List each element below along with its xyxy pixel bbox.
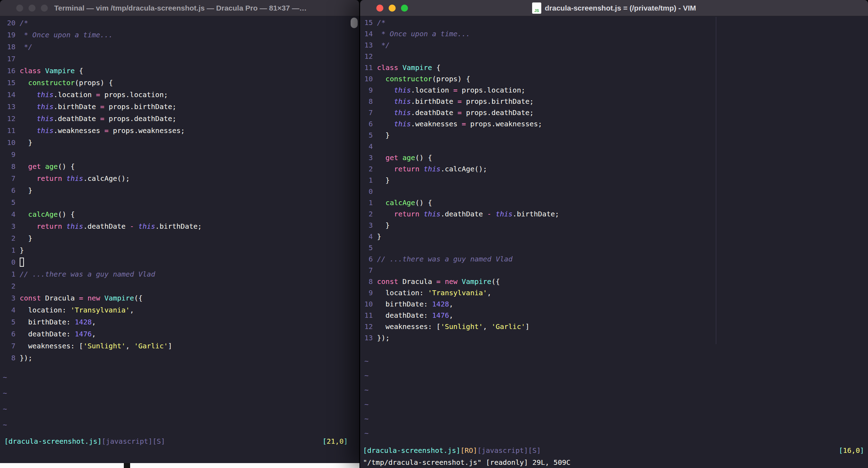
code-line[interactable]: 8 get age() { xyxy=(0,160,359,172)
line-number: 7 xyxy=(360,265,373,276)
code-line[interactable]: 13 this.birthDate = props.birthDate; xyxy=(0,101,359,113)
code-line[interactable]: 10 constructor(props) { xyxy=(360,73,868,84)
code-line[interactable]: 7 return this.calcAge(); xyxy=(0,172,359,184)
tilde: ~ xyxy=(0,401,359,417)
line-number: 1 xyxy=(360,197,373,208)
vim-cmdline xyxy=(0,447,359,459)
right-buffer[interactable]: 15/*14 * Once upon a time...13 */1211cla… xyxy=(360,17,868,441)
code-line[interactable]: 12 weaknesses: ['Sunlight', 'Garlic'] xyxy=(360,321,868,332)
line-number: 1 xyxy=(3,268,15,280)
line-number: 11 xyxy=(3,125,15,137)
code-line[interactable]: 8 this.birthDate = props.birthDate; xyxy=(360,96,868,107)
js-file-icon: JS xyxy=(532,2,541,14)
code-line[interactable]: 1// ...there was a guy named Vlad xyxy=(0,268,359,280)
left-buffer[interactable]: 20/*19 * Once upon a time...18 */1716cla… xyxy=(0,17,359,433)
code-line[interactable]: 2 return this.deathDate - this.birthDate… xyxy=(360,208,868,220)
code-line[interactable]: 5 birthDate: 1428, xyxy=(0,316,359,328)
code-line[interactable]: 18 */ xyxy=(0,41,359,53)
code-line[interactable]: 6 } xyxy=(0,184,359,196)
code-line[interactable]: 14 * Once upon a time... xyxy=(360,28,868,39)
code-line[interactable]: 6 this.weaknesses = props.weaknesses; xyxy=(360,118,868,129)
line-number: 20 xyxy=(3,17,15,29)
code-line[interactable]: 9 this.location = props.location; xyxy=(360,84,868,96)
line-number: 4 xyxy=(3,304,15,316)
code-line[interactable]: 13}); xyxy=(360,332,868,343)
code-line[interactable]: 2 } xyxy=(0,232,359,244)
line-number: 0 xyxy=(360,186,373,197)
close-button[interactable] xyxy=(16,5,23,12)
code-line[interactable]: 1 } xyxy=(360,175,868,186)
line-number: 10 xyxy=(3,137,15,148)
window-title: dracula-screenshot.js = (/private/tmp) -… xyxy=(545,4,696,12)
code-line[interactable]: 13 */ xyxy=(360,39,868,51)
code-line[interactable]: 5 xyxy=(360,242,868,253)
close-button[interactable] xyxy=(376,5,383,12)
code-line[interactable]: 9 location: 'Transylvania', xyxy=(360,287,868,298)
code-line[interactable]: 3 return this.deathDate - this.birthDate… xyxy=(0,220,359,232)
tilde: ~ xyxy=(0,417,359,433)
code-line[interactable]: 19 * Once upon a time... xyxy=(0,29,359,41)
code-line[interactable]: 0 xyxy=(360,186,868,197)
code-line[interactable]: 20/* xyxy=(0,17,359,29)
code-line[interactable]: 4} xyxy=(360,231,868,242)
code-line[interactable]: 5 xyxy=(0,196,359,208)
code-line[interactable]: 17 xyxy=(0,53,359,65)
vim-statusline: [dracula-screenshot.js][RO][javascript][… xyxy=(360,444,868,456)
terminal-titlebar[interactable]: Terminal — vim /tmp/dracula-screenshot.j… xyxy=(0,0,359,16)
line-number: 16 xyxy=(3,65,15,77)
window-controls xyxy=(376,5,408,12)
code-line[interactable]: 4 xyxy=(360,141,868,152)
scrollbar-thumb[interactable] xyxy=(351,18,358,28)
code-line[interactable]: 11class Vampire { xyxy=(360,62,868,73)
line-number: 3 xyxy=(3,220,15,232)
macvim-titlebar[interactable]: JS dracula-screenshot.js = (/private/tmp… xyxy=(360,0,868,16)
code-line[interactable]: 7 this.deathDate = props.deathDate; xyxy=(360,107,868,118)
code-line[interactable]: 1 calcAge() { xyxy=(360,197,868,208)
background-window-strip xyxy=(0,463,359,468)
line-number: 15 xyxy=(360,17,373,28)
line-number: 15 xyxy=(3,77,15,89)
code-line[interactable]: 5 } xyxy=(360,129,868,141)
line-number: 4 xyxy=(360,231,373,242)
code-line[interactable]: 10 birthDate: 1428, xyxy=(360,298,868,310)
code-line[interactable]: 12 xyxy=(360,51,868,62)
code-line[interactable]: 10 } xyxy=(0,137,359,148)
code-line[interactable]: 2 xyxy=(0,280,359,292)
line-number: 14 xyxy=(360,28,373,39)
code-line[interactable]: 1} xyxy=(0,244,359,256)
code-line[interactable]: 7 weaknesses: ['Sunlight', 'Garlic'] xyxy=(0,340,359,352)
code-line[interactable]: 11 this.weaknesses = props.weaknesses; xyxy=(0,125,359,137)
tilde: ~ xyxy=(360,412,868,426)
code-line[interactable]: 15 constructor(props) { xyxy=(0,77,359,89)
code-line[interactable]: 16class Vampire { xyxy=(0,65,359,77)
line-number: 18 xyxy=(3,41,15,53)
minimize-button[interactable] xyxy=(28,5,36,12)
code-line[interactable]: 3const Dracula = new Vampire({ xyxy=(0,292,359,304)
line-number: 9 xyxy=(360,84,373,96)
code-line[interactable]: 11 deathDate: 1476, xyxy=(360,310,868,321)
code-line[interactable]: 6// ...there was a guy named Vlad xyxy=(360,253,868,265)
code-line[interactable]: 4 location: 'Transylvania', xyxy=(0,304,359,316)
statusline-ruler: [21,0] xyxy=(323,435,348,447)
code-line[interactable]: 3 get age() { xyxy=(360,152,868,163)
line-number: 12 xyxy=(360,51,373,62)
tilde: ~ xyxy=(360,354,868,368)
minimize-button[interactable] xyxy=(389,5,396,12)
line-number: 13 xyxy=(360,332,373,343)
zoom-button[interactable] xyxy=(41,5,48,12)
line-number: 6 xyxy=(360,118,373,129)
line-number: 2 xyxy=(3,280,15,292)
line-number: 12 xyxy=(3,113,15,125)
code-line[interactable]: 9 xyxy=(0,148,359,160)
code-line[interactable]: 8}); xyxy=(0,352,359,364)
code-line[interactable]: 0 xyxy=(0,256,359,268)
code-line[interactable]: 2 return this.calcAge(); xyxy=(360,163,868,175)
code-line[interactable]: 3 } xyxy=(360,220,868,231)
code-line[interactable]: 14 this.location = props.location; xyxy=(0,89,359,101)
code-line[interactable]: 12 this.deathDate = props.deathDate; xyxy=(0,113,359,125)
code-line[interactable]: 6 deathDate: 1476, xyxy=(0,328,359,340)
code-line[interactable]: 7 xyxy=(360,265,868,276)
code-line[interactable]: 15/* xyxy=(360,17,868,28)
code-line[interactable]: 4 calcAge() { xyxy=(0,208,359,220)
code-line[interactable]: 8const Dracula = new Vampire({ xyxy=(360,276,868,287)
